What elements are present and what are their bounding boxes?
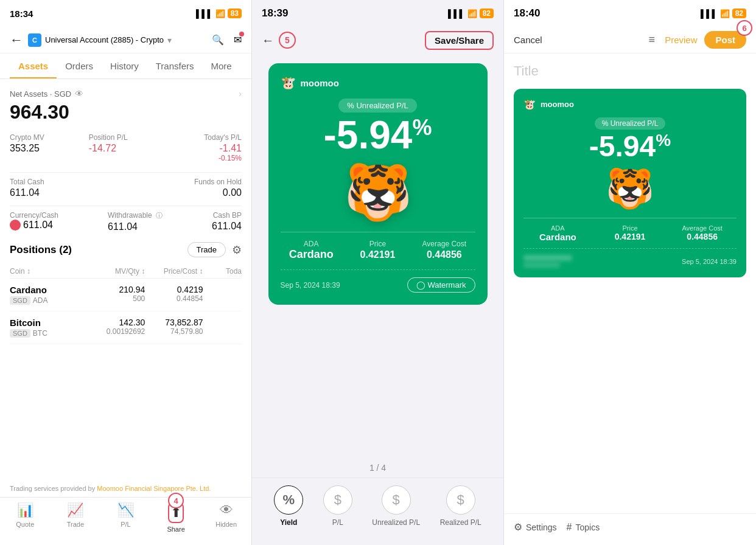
cash-bp-stat: Cash BP 611.04 bbox=[212, 211, 242, 232]
search-icon[interactable]: 🔍 bbox=[212, 34, 224, 46]
option-realized-pl[interactable]: $ Realized P/L bbox=[440, 485, 481, 527]
signal-icon: ▌▌▌ bbox=[196, 9, 213, 18]
back-button-1[interactable]: ← bbox=[10, 32, 23, 48]
preview-logo-icon: 🐮 bbox=[523, 99, 536, 110]
divider-1 bbox=[10, 172, 242, 173]
nav-icons: 🔍 ✉ bbox=[212, 34, 242, 46]
settings-action[interactable]: ⚙ Settings bbox=[514, 521, 557, 533]
time-1: 18:34 bbox=[10, 9, 33, 19]
col-mvqty: MV/Qty ↕ bbox=[87, 267, 145, 276]
topics-action-icon: # bbox=[567, 522, 572, 533]
option-pl[interactable]: $ P/L bbox=[323, 485, 352, 527]
cash-row: Total Cash 611.04 Funds on Hold 0.00 bbox=[10, 178, 242, 198]
gear-icon[interactable]: ⚙ bbox=[232, 243, 242, 257]
settings-action-icon: ⚙ bbox=[514, 521, 522, 533]
share-panel: 18:39 ▌▌▌ 📶 82 ← 5 Save/Share 🐮 moomoo %… bbox=[252, 0, 504, 545]
position1-mv: 210.94 500 bbox=[87, 285, 145, 305]
preview-price-col: Price 0.42191 bbox=[596, 224, 665, 242]
col-today: Toda bbox=[203, 267, 242, 276]
post-content: Title 🐮 moomoo % Unrealized P/L -5.94% 🐯… bbox=[504, 54, 756, 513]
bottom-nav: 📊 Quote 📈 Trade 📉 P/L ⬆ Share 4 👁 Hidden bbox=[0, 497, 251, 545]
time-3: 18:40 bbox=[514, 7, 540, 19]
positions-title: Positions (2) bbox=[10, 244, 72, 256]
info-icon: ⓘ bbox=[156, 212, 163, 219]
nav-share[interactable]: ⬆ Share 4 bbox=[151, 502, 201, 533]
status-bar-2: 18:39 ▌▌▌ 📶 82 bbox=[252, 0, 503, 27]
position2-today bbox=[203, 318, 242, 338]
eye-icon[interactable]: 👁 bbox=[75, 89, 83, 99]
time-2: 18:39 bbox=[262, 7, 288, 19]
quote-icon: 📊 bbox=[17, 502, 33, 518]
tab-more[interactable]: More bbox=[203, 54, 240, 78]
positions-header: Positions (2) Trade ⚙ bbox=[10, 242, 242, 257]
position1-coin: Cardano SGD ADA bbox=[10, 285, 87, 305]
position2-mv: 142.30 0.00192692 bbox=[87, 318, 145, 338]
net-assets-value: 964.30 bbox=[10, 101, 242, 123]
hidden-icon: 👁 bbox=[220, 502, 233, 518]
table-row[interactable]: Cardano SGD ADA 210.94 500 0.4219 0.4485… bbox=[10, 279, 242, 311]
tab-orders[interactable]: Orders bbox=[57, 54, 102, 78]
option-yield[interactable]: % Yield bbox=[274, 485, 303, 527]
mail-icon[interactable]: ✉ bbox=[234, 34, 242, 46]
blurred-user bbox=[523, 255, 572, 268]
battery-3: 82 bbox=[732, 9, 746, 18]
net-assets-label: Net Assets · SGD 👁 bbox=[10, 89, 83, 99]
status-bar-3: 18:40 ▌▌▌ 📶 82 bbox=[504, 0, 756, 27]
unrealized-pl-icon: $ bbox=[382, 485, 411, 515]
watermark-button[interactable]: ◯ Watermark bbox=[407, 277, 475, 293]
nav-quote[interactable]: 📊 Quote bbox=[0, 502, 51, 533]
chevron-down-icon: ▾ bbox=[167, 35, 172, 45]
panel3-nav: Cancel ≡ Preview Post 6 bbox=[504, 27, 756, 54]
save-share-button[interactable]: Save/Share bbox=[425, 31, 494, 50]
card-logo: 🐮 moomoo bbox=[281, 75, 475, 90]
wifi-icon: 📶 bbox=[215, 9, 225, 18]
cancel-button[interactable]: Cancel bbox=[514, 35, 542, 45]
preview-pl-badge: % Unrealized P/L bbox=[523, 117, 737, 128]
nav-pl[interactable]: 📉 P/L bbox=[100, 502, 151, 533]
realized-pl-icon: $ bbox=[446, 485, 475, 515]
position1-today bbox=[203, 285, 242, 305]
tab-assets[interactable]: Assets bbox=[10, 54, 57, 78]
preview-card: 🐮 moomoo % Unrealized P/L -5.94% 🐯 ADA C… bbox=[514, 89, 746, 277]
topics-action[interactable]: # Topics bbox=[567, 521, 600, 533]
nav-hidden[interactable]: 👁 Hidden bbox=[201, 502, 251, 533]
mascot-area: 🐯 bbox=[281, 161, 475, 224]
currency-section: Currency/Cash 611.04 Withdrawable ⓘ 611.… bbox=[10, 211, 242, 232]
nav-trade[interactable]: 📈 Trade bbox=[51, 502, 101, 533]
step5-badge: 5 bbox=[279, 32, 296, 49]
account-selector[interactable]: C Universal Account (2885) - Crypto ▾ bbox=[28, 33, 212, 47]
tab-bar: Assets Orders History Transfers More bbox=[0, 54, 251, 79]
preview-mascot: 🐯 bbox=[523, 166, 737, 212]
option-unrealized-pl[interactable]: $ Unrealized P/L bbox=[372, 485, 420, 527]
card-ada-col: ADA Cardano bbox=[281, 240, 342, 261]
table-header: Coin ↕ MV/Qty ↕ Price/Cost ↕ Toda bbox=[10, 265, 242, 279]
col-price: Price/Cost ↕ bbox=[145, 267, 203, 276]
moomoo-logo-icon: 🐮 bbox=[281, 75, 296, 90]
preview-mascot-icon: 🐯 bbox=[606, 166, 654, 212]
chevron-right-icon[interactable]: › bbox=[239, 89, 242, 99]
table-row[interactable]: Bitcoin SGD BTC 142.30 0.00192692 73,852… bbox=[10, 311, 242, 344]
net-assets-row: Net Assets · SGD 👁 › bbox=[10, 89, 242, 99]
panel2-nav: ← 5 Save/Share bbox=[252, 27, 503, 54]
share-card: 🐮 moomoo % Unrealized P/L -5.94% 🐯 ADA C… bbox=[268, 63, 488, 305]
preview-button[interactable]: Preview bbox=[665, 35, 697, 45]
crypto-mv-stat: Crypto MV 353.25 bbox=[10, 133, 84, 162]
position1-price: 0.4219 0.44854 bbox=[145, 285, 203, 305]
card-avgcost-col: Average Cost 0.44856 bbox=[413, 240, 475, 261]
today-pl-stat: Today's P/L -1.41 -0.15% bbox=[167, 133, 242, 162]
trade-icon: 📈 bbox=[67, 502, 83, 518]
tab-history[interactable]: History bbox=[102, 54, 147, 78]
format-icon[interactable]: ≡ bbox=[649, 33, 656, 46]
back-button-2[interactable]: ← bbox=[262, 33, 274, 47]
withdrawable-stat: Withdrawable ⓘ 611.04 bbox=[108, 211, 163, 232]
post-btn-container: Post 6 bbox=[704, 31, 746, 49]
title-input[interactable]: Title bbox=[514, 63, 746, 79]
assets-panel: 18:34 ▌▌▌ 📶 83 ← C Universal Account (28… bbox=[0, 0, 252, 545]
wifi-icon-3: 📶 bbox=[720, 9, 730, 18]
bottom-options: % Yield $ P/L $ Unrealized P/L $ Realize… bbox=[252, 477, 503, 545]
post-panel: 18:40 ▌▌▌ 📶 82 Cancel ≡ Preview Post 6 T… bbox=[504, 0, 756, 545]
trade-button[interactable]: Trade bbox=[187, 242, 226, 257]
preview-avgcost-col: Average Cost 0.44856 bbox=[668, 224, 737, 242]
tab-transfers[interactable]: Transfers bbox=[147, 54, 203, 78]
mascot-icon: 🐯 bbox=[344, 161, 412, 224]
